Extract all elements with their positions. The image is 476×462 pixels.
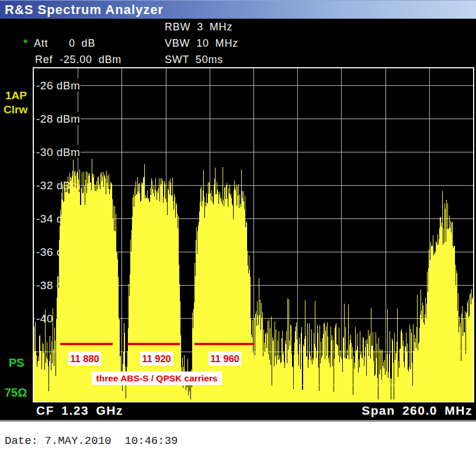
ps-status-label: PS	[9, 356, 25, 370]
carrier-marker-line	[127, 343, 180, 345]
carrier-marker-line	[60, 343, 113, 345]
screen-bottom-edge	[0, 420, 476, 422]
vbw-value: VBW 10 MHz	[165, 37, 238, 50]
y-tick-label: -28 dBm	[36, 113, 80, 125]
y-tick-label: -30 dBm	[36, 146, 80, 158]
swt-value: SWT 50ms	[165, 54, 223, 66]
att-asterisk-icon: *	[23, 37, 28, 50]
att-label: Att	[34, 37, 48, 50]
span-label: Span 260.0 MHz	[362, 404, 472, 418]
carrier-marker-line	[194, 343, 254, 345]
analyzer-screen: R&S Spectrum Analyzer * Att 0 dB Ref -25…	[0, 0, 476, 420]
impedance-label: 75Ω	[5, 386, 27, 400]
title-bar: R&S Spectrum Analyzer	[0, 0, 476, 19]
footer-bar: CF 1.23 GHz Span 260.0 MHz	[0, 403, 476, 420]
ref-value: -25.00 dBm	[60, 54, 121, 66]
carrier-frequency-label: 11 960	[210, 353, 239, 364]
carrier-frequency-label: 11 920	[142, 353, 171, 364]
y-tick-label: -26 dBm	[36, 79, 80, 92]
att-value: 0 dB	[69, 37, 95, 50]
trace-number-label: 1AP	[5, 89, 27, 102]
annotation-text: three ABS-S / QPSK carriers	[96, 373, 218, 383]
rbw-value: RBW 3 MHz	[165, 21, 232, 33]
trace-mode-label: Clrw	[4, 103, 27, 116]
carrier-frequency-label: 11 880	[70, 353, 99, 364]
date-text: Date: 7.MAY.2010 10:46:39	[5, 435, 178, 447]
ref-label: Ref	[35, 54, 53, 66]
plot-area: -26 dBm-28 dBm-30 dBm-32 dBm-34 dBm-36 d…	[33, 67, 474, 402]
spectrum-svg: -26 dBm-28 dBm-30 dBm-32 dBm-34 dBm-36 d…	[33, 67, 474, 402]
app-title: R&S Spectrum Analyzer	[5, 2, 164, 18]
center-frequency-label: CF 1.23 GHz	[36, 404, 123, 418]
